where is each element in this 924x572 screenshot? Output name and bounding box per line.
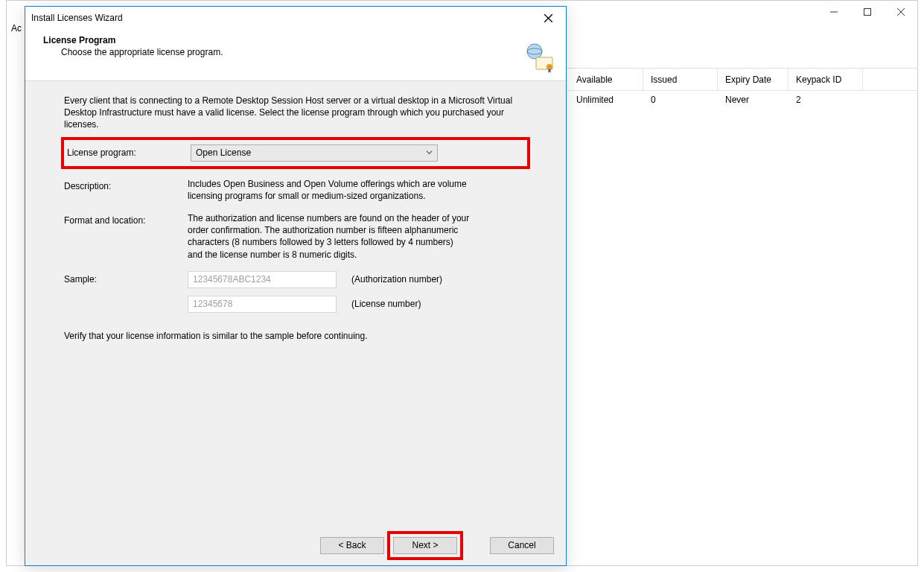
sample-label: Sample: bbox=[64, 271, 188, 320]
description-label: Description: bbox=[64, 178, 188, 202]
cell-available: Unlimited bbox=[569, 95, 643, 105]
cancel-button[interactable]: Cancel bbox=[490, 537, 554, 554]
sample-authorization-input: 12345678ABC1234 bbox=[188, 271, 337, 288]
dialog-footer: < Back Next > Cancel bbox=[25, 525, 566, 565]
minimize-button[interactable] bbox=[817, 1, 850, 22]
sample-license-input: 12345678 bbox=[188, 296, 337, 313]
description-text: Includes Open Business and Open Volume o… bbox=[188, 178, 471, 202]
format-location-label: Format and location: bbox=[64, 212, 188, 261]
svg-rect-1 bbox=[864, 8, 870, 15]
close-button[interactable] bbox=[884, 1, 917, 22]
col-expiry[interactable]: Expiry Date bbox=[718, 69, 788, 90]
sample-authorization-desc: (Authorization number) bbox=[351, 273, 442, 285]
col-issued[interactable]: Issued bbox=[643, 69, 718, 90]
dialog-header-sub: Choose the appropriate license program. bbox=[43, 47, 555, 57]
cell-issued: 0 bbox=[643, 95, 718, 105]
cell-expiry: Never bbox=[718, 95, 788, 105]
chevron-down-icon bbox=[426, 147, 433, 159]
verify-text: Verify that your license information is … bbox=[64, 331, 527, 341]
main-title-fragment: Ac bbox=[11, 23, 22, 34]
dialog-header: License Program Choose the appropriate l… bbox=[25, 29, 566, 81]
cell-keypack: 2 bbox=[788, 95, 863, 105]
maximize-button[interactable] bbox=[850, 1, 884, 22]
license-wizard-icon bbox=[524, 42, 555, 74]
dialog-close-button[interactable] bbox=[533, 8, 563, 28]
license-program-combo[interactable]: Open License bbox=[191, 144, 438, 162]
install-licenses-wizard-dialog: Install Licenses Wizard License Program … bbox=[25, 6, 567, 566]
col-keypack[interactable]: Keypack ID bbox=[788, 69, 863, 90]
back-button[interactable]: < Back bbox=[320, 537, 384, 554]
format-location-text: The authorization and license numbers ar… bbox=[188, 212, 471, 261]
license-program-value: Open License bbox=[196, 147, 251, 159]
license-program-highlight: License program: Open License bbox=[61, 137, 530, 169]
window-controls bbox=[817, 1, 917, 22]
svg-point-9 bbox=[547, 64, 552, 70]
dialog-titlebar: Install Licenses Wizard bbox=[25, 7, 566, 29]
intro-text: Every client that is connecting to a Rem… bbox=[64, 95, 527, 131]
dialog-title: Install Licenses Wizard bbox=[31, 13, 123, 23]
next-button[interactable]: Next > bbox=[393, 537, 457, 554]
dialog-header-title: License Program bbox=[43, 35, 555, 45]
license-program-label: License program: bbox=[67, 144, 191, 162]
col-available[interactable]: Available bbox=[569, 69, 643, 90]
svg-point-6 bbox=[527, 44, 542, 59]
next-button-highlight: Next > bbox=[387, 531, 463, 560]
sample-license-desc: (License number) bbox=[351, 298, 421, 310]
dialog-body: Every client that is connecting to a Rem… bbox=[25, 81, 566, 525]
